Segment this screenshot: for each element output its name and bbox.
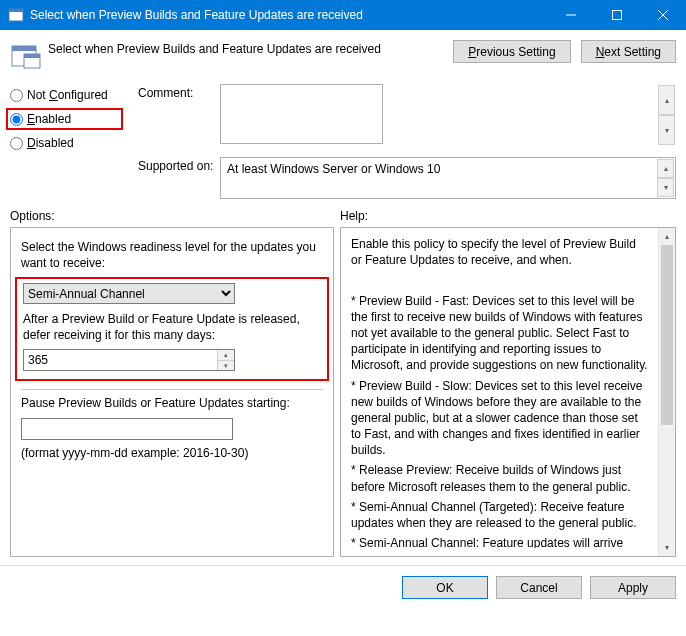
- comment-scroll-down[interactable]: ▾: [658, 115, 675, 145]
- defer-spin-up[interactable]: ▴: [217, 350, 234, 361]
- defer-text: After a Preview Build or Feature Update …: [23, 312, 321, 343]
- titlebar: Select when Preview Builds and Feature U…: [0, 0, 686, 30]
- supported-scroll-down[interactable]: ▾: [657, 178, 674, 197]
- help-section-label: Help:: [340, 209, 368, 223]
- svg-rect-7: [12, 46, 36, 51]
- svg-rect-9: [24, 54, 40, 58]
- help-text: Enable this policy to specify the level …: [351, 236, 665, 548]
- window-title: Select when Preview Builds and Feature U…: [30, 8, 548, 22]
- supported-on-value: At least Windows Server or Windows 10 ▴ …: [220, 157, 676, 199]
- options-panel: Select the Windows readiness level for t…: [10, 227, 334, 557]
- defer-days-input[interactable]: [24, 350, 214, 370]
- readiness-level-select[interactable]: Semi-Annual Channel: [23, 283, 235, 304]
- radio-not-configured[interactable]: Not Configured: [10, 88, 138, 102]
- comment-label: Comment:: [138, 84, 220, 147]
- maximize-button[interactable]: [594, 0, 640, 30]
- options-highlight: Semi-Annual Channel After a Preview Buil…: [15, 277, 329, 381]
- comment-scroll-up[interactable]: ▴: [658, 85, 675, 115]
- help-scroll-up[interactable]: ▴: [659, 228, 675, 245]
- pause-date-input[interactable]: [21, 418, 233, 440]
- pause-label: Pause Preview Builds or Feature Updates …: [21, 396, 323, 412]
- enabled-highlight: Enabled: [6, 108, 123, 130]
- window-icon: [8, 7, 24, 23]
- supported-scroll-up[interactable]: ▴: [657, 159, 674, 178]
- radio-enabled[interactable]: Enabled: [10, 112, 71, 126]
- supported-label: Supported on:: [138, 157, 220, 199]
- minimize-button[interactable]: [548, 0, 594, 30]
- close-button[interactable]: [640, 0, 686, 30]
- defer-spin-down[interactable]: ▾: [217, 361, 234, 371]
- svg-rect-3: [613, 11, 622, 20]
- help-scroll-down[interactable]: ▾: [659, 539, 675, 556]
- svg-rect-1: [9, 9, 23, 12]
- readiness-intro: Select the Windows readiness level for t…: [21, 240, 323, 271]
- apply-button[interactable]: Apply: [590, 576, 676, 599]
- policy-icon: [10, 40, 42, 72]
- options-section-label: Options:: [10, 209, 340, 223]
- header-text: Select when Preview Builds and Feature U…: [48, 40, 453, 56]
- next-setting-button[interactable]: Next Setting: [581, 40, 676, 63]
- help-scroll-thumb[interactable]: [661, 245, 673, 425]
- previous-setting-button[interactable]: Previous Setting: [453, 40, 570, 63]
- cancel-button[interactable]: Cancel: [496, 576, 582, 599]
- ok-button[interactable]: OK: [402, 576, 488, 599]
- radio-disabled[interactable]: Disabled: [10, 136, 138, 150]
- help-panel: Enable this policy to specify the level …: [340, 227, 676, 557]
- date-format-hint: (format yyyy-mm-dd example: 2016-10-30): [21, 446, 323, 462]
- comment-textarea[interactable]: [220, 84, 383, 144]
